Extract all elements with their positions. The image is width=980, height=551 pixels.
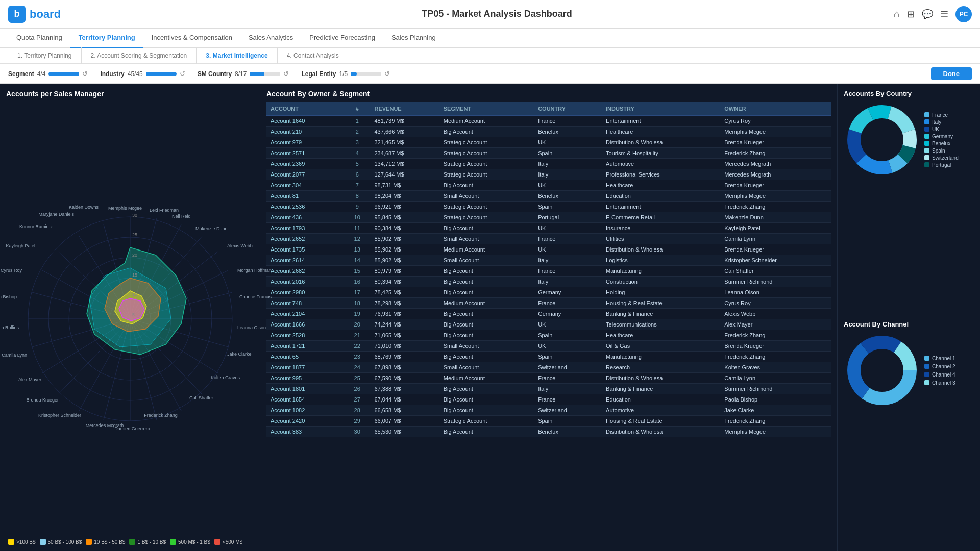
sub-nav-item-3[interactable]: 3. Market Intelligence (197, 47, 277, 64)
cell-country: Benelux (534, 127, 602, 137)
table-row[interactable]: Account 995 25 67,590 M$ Medium Account … (266, 373, 831, 384)
table-row[interactable]: Account 2104 19 76,931 M$ Big Account Ge… (266, 309, 831, 319)
cell-industry: Education (602, 191, 720, 202)
table-row[interactable]: Account 436 10 95,845 M$ Strategic Accou… (266, 212, 831, 223)
nav-item-predictive[interactable]: Predictive Forecasting (301, 29, 383, 48)
col-country: COUNTRY (534, 102, 602, 116)
table-row[interactable]: Account 2652 12 85,902 M$ Small Account … (266, 234, 831, 244)
nav-item-incentives[interactable]: Incentives & Compensation (143, 29, 240, 48)
table-row[interactable]: Account 1640 1 481,739 M$ Medium Account… (266, 116, 831, 127)
nav-item-sales[interactable]: Sales Analytics (240, 29, 301, 48)
cell-account: Account 2980 (266, 287, 344, 298)
table-row[interactable]: Account 2571 4 234,687 M$ Strategic Acco… (266, 148, 831, 159)
home-icon[interactable]: ⌂ (894, 8, 900, 20)
cell-account: Account 995 (266, 373, 344, 384)
cell-country: Italy (534, 277, 602, 287)
cell-segment: Strategic Account (439, 169, 534, 180)
cell-country: UK (534, 223, 602, 234)
nav-bar: Quota Planning Territory Planning Incent… (0, 29, 980, 48)
cell-num: 13 (344, 244, 371, 255)
cell-owner: Summer Richmond (720, 384, 831, 394)
nav-item-quota[interactable]: Quota Planning (8, 29, 70, 48)
table-row[interactable]: Account 2077 6 127,644 M$ Strategic Acco… (266, 169, 831, 180)
filter-sm-country-refresh[interactable]: ↺ (283, 70, 289, 78)
table-row[interactable]: Account 748 18 78,298 M$ Medium Account … (266, 298, 831, 309)
cell-country: Italy (534, 255, 602, 266)
cell-account: Account 2104 (266, 309, 344, 319)
chat-icon[interactable]: 💬 (922, 9, 933, 20)
table-row[interactable]: Account 2682 15 80,979 M$ Big Account Fr… (266, 266, 831, 277)
menu-icon[interactable]: ☰ (940, 9, 948, 20)
cell-industry: E-Commerce Retail (602, 212, 720, 223)
table-row[interactable]: Account 2016 16 80,394 M$ Big Account It… (266, 277, 831, 287)
table-row[interactable]: Account 2420 29 66,007 M$ Strategic Acco… (266, 416, 831, 427)
svg-text:Camila Lynn: Camila Lynn (2, 353, 27, 358)
legend-switzerland: Switzerland (924, 155, 959, 161)
cell-owner: Summer Richmond (720, 277, 831, 287)
svg-text:Kaiden Downs: Kaiden Downs (68, 205, 99, 210)
cell-num: 26 (344, 384, 371, 394)
sub-nav-item-1[interactable]: 1. Territory Planning (8, 47, 82, 64)
table-row[interactable]: Account 383 30 65,530 M$ Big Account Ben… (266, 427, 831, 437)
nav-item-territory[interactable]: Territory Planning (70, 29, 143, 48)
cell-account: Account 748 (266, 298, 344, 309)
sub-nav-item-4[interactable]: 4. Contact Analysis (278, 47, 348, 64)
svg-text:Konnor Ramirez: Konnor Ramirez (19, 224, 53, 229)
svg-text:Makenzie Dunn: Makenzie Dunn (195, 226, 228, 231)
table-row[interactable]: Account 1735 13 85,902 M$ Medium Account… (266, 244, 831, 255)
cell-industry: Banking & Finance (602, 309, 720, 319)
cell-revenue: 65,530 M$ (371, 427, 439, 437)
cell-segment: Big Account (439, 330, 534, 341)
cell-industry: Housing & Real Estate (602, 416, 720, 427)
cell-num: 12 (344, 234, 371, 244)
legend-item-1-10b: 1 B$ - 10 B$ (129, 539, 166, 545)
user-avatar[interactable]: PC (955, 6, 972, 22)
cell-segment: Big Account (439, 427, 534, 437)
filter-segment-refresh[interactable]: ↺ (82, 70, 88, 78)
table-row[interactable]: Account 1654 27 67,044 M$ Big Account Fr… (266, 394, 831, 405)
cell-segment: Medium Account (439, 298, 534, 309)
table-row[interactable]: Account 1877 24 67,898 M$ Small Account … (266, 362, 831, 373)
table-row[interactable]: Account 2536 9 96,921 M$ Strategic Accou… (266, 202, 831, 212)
table-row[interactable]: Account 2369 5 134,712 M$ Strategic Acco… (266, 159, 831, 169)
table-row[interactable]: Account 1793 11 90,384 M$ Big Account UK… (266, 223, 831, 234)
table-row[interactable]: Account 2614 14 85,902 M$ Small Account … (266, 255, 831, 266)
filter-industry-refresh[interactable]: ↺ (180, 70, 185, 78)
table-row[interactable]: Account 1721 22 71,010 M$ Small Account … (266, 341, 831, 352)
cell-revenue: 71,065 M$ (371, 330, 439, 341)
table-row[interactable]: Account 1666 20 74,244 M$ Big Account UK… (266, 319, 831, 330)
cell-owner: Brenda Krueger (720, 137, 831, 148)
nav-item-sales-planning[interactable]: Sales Planning (383, 29, 444, 48)
radar-chart-area: 5 10 15 20 25 30 Memphis Mcgee Lexi Frie… (6, 101, 254, 537)
cell-num: 6 (344, 169, 371, 180)
cell-industry: Insurance (602, 223, 720, 234)
logo-text: board (30, 8, 61, 21)
table-row[interactable]: Account 210 2 437,666 M$ Big Account Ben… (266, 127, 831, 137)
radar-chart-svg: 5 10 15 20 25 30 Memphis Mcgee Lexi Frie… (8, 196, 253, 441)
done-button[interactable]: Done (931, 67, 972, 80)
sub-nav-item-2[interactable]: 2. Account Scoring & Segmentation (82, 47, 197, 64)
cell-industry: Oil & Gas (602, 341, 720, 352)
table-row[interactable]: Account 65 23 68,769 M$ Big Account Spai… (266, 352, 831, 362)
svg-text:Frederick Zhang: Frederick Zhang (144, 413, 178, 418)
table-row[interactable]: Account 1801 26 67,388 M$ Big Account It… (266, 384, 831, 394)
table-row[interactable]: Account 2528 21 71,065 M$ Big Account Sp… (266, 330, 831, 341)
cell-industry: Education (602, 394, 720, 405)
grid-icon[interactable]: ⊞ (907, 9, 915, 20)
table-row[interactable]: Account 1082 28 66,658 M$ Big Account Sw… (266, 405, 831, 416)
cell-num: 9 (344, 202, 371, 212)
table-row[interactable]: Account 81 8 98,204 M$ Small Account Ben… (266, 191, 831, 202)
table-row[interactable]: Account 2980 17 78,425 M$ Big Account Ge… (266, 287, 831, 298)
radar-legend: >100 B$ 50 B$ - 100 B$ 10 B$ - 50 B$ 1 B… (6, 539, 254, 545)
filter-legal-entity-refresh[interactable]: ↺ (384, 70, 390, 78)
col-owner: OWNER (720, 102, 831, 116)
table-row[interactable]: Account 979 3 321,465 M$ Strategic Accou… (266, 137, 831, 148)
cell-country: UK (534, 137, 602, 148)
svg-text:Cali Shaffer: Cali Shaffer (189, 395, 213, 400)
cell-owner: Paola Bishop (720, 394, 831, 405)
cell-account: Account 210 (266, 127, 344, 137)
cell-revenue: 68,769 M$ (371, 352, 439, 362)
table-row[interactable]: Account 304 7 98,731 M$ Big Account UK H… (266, 180, 831, 191)
cell-account: Account 1735 (266, 244, 344, 255)
table-wrapper[interactable]: ACCOUNT # REVENUE SEGMENT COUNTRY INDUST… (266, 102, 831, 545)
